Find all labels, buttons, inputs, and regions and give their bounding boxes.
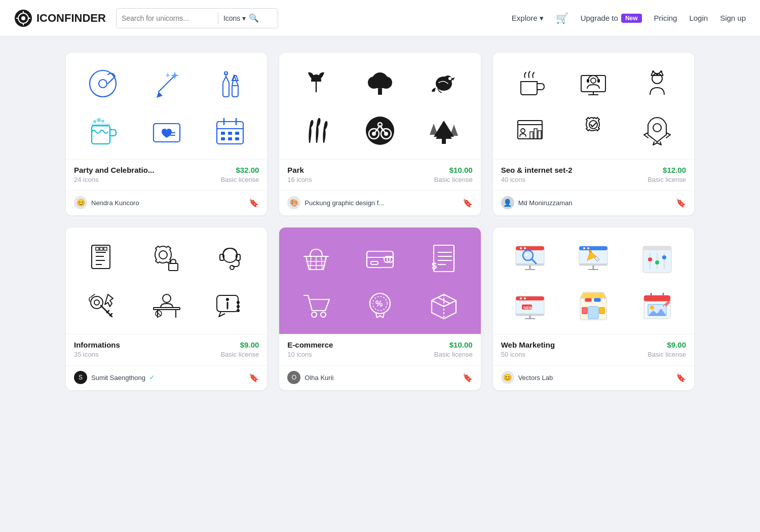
svg-rect-129 — [579, 263, 607, 265]
search-button[interactable]: 🔍 — [249, 13, 259, 23]
preview-icon — [86, 66, 120, 101]
svg-point-111 — [321, 312, 326, 317]
preview-icon — [513, 113, 547, 148]
preview-icon — [576, 66, 611, 101]
svg-point-92 — [237, 305, 240, 308]
preview-icon — [299, 113, 333, 148]
card-seo-footer: 👤 Md Moniruzzaman 🔖 — [493, 191, 694, 215]
card-seo[interactable]: Seo & internet set-2 $12.00 40 icons Bas… — [493, 53, 694, 215]
svg-point-162 — [650, 306, 654, 310]
logo-icon — [14, 9, 32, 27]
svg-point-89 — [226, 298, 229, 301]
preview-icon — [363, 113, 397, 148]
upgrade-prefix: Upgrade to — [581, 14, 618, 22]
svg-rect-61 — [538, 131, 541, 139]
author-info[interactable]: 😊 Nendra Kuncoro — [74, 196, 139, 209]
preview-icon — [363, 241, 397, 276]
svg-point-143 — [520, 297, 522, 299]
card-informations[interactable]: Informations $9.00 35 icons Basic licens… — [66, 227, 267, 390]
svg-rect-7 — [224, 72, 227, 74]
card-license: Basic license — [434, 351, 473, 358]
author-info[interactable]: 🎨 Puckung graphic design f... — [287, 196, 384, 209]
svg-point-58 — [521, 129, 525, 133]
svg-rect-152 — [594, 298, 600, 301]
svg-rect-22 — [235, 132, 239, 135]
icon-packs-grid: Party and Celebratio... $32.00 24 icons … — [66, 53, 694, 390]
svg-point-79 — [94, 300, 99, 305]
svg-point-91 — [237, 301, 240, 304]
search-bar[interactable]: Icons ▾ 🔍 — [116, 8, 278, 28]
bookmark-icon[interactable]: 🔖 — [249, 198, 259, 208]
svg-point-110 — [312, 312, 317, 317]
search-input[interactable] — [122, 14, 213, 22]
login-link[interactable]: Login — [689, 14, 708, 22]
svg-marker-43 — [450, 125, 458, 136]
svg-rect-71 — [104, 247, 107, 250]
author-name: Vectors Lab — [518, 374, 553, 382]
card-webmarketing[interactable]: NEW — [493, 227, 694, 390]
search-type-selector[interactable]: Icons ▾ — [223, 14, 246, 22]
svg-point-118 — [524, 247, 526, 249]
card-license: Basic license — [220, 351, 259, 358]
author-info[interactable]: 😊 Vectors Lab — [501, 371, 553, 384]
author-name: Olha Kurii — [305, 374, 333, 382]
card-title: Seo & internet set-2 — [501, 166, 573, 174]
preview-icon — [427, 288, 461, 323]
bookmark-icon[interactable]: 🔖 — [676, 373, 686, 383]
svg-line-96 — [321, 256, 322, 270]
svg-point-132 — [589, 250, 592, 253]
card-party-info: Party and Celebratio... $32.00 24 icons … — [66, 159, 267, 191]
author-info[interactable]: 👤 Md Moniruzzaman — [501, 196, 573, 209]
preview-icon — [299, 66, 333, 101]
preview-icon — [213, 288, 247, 323]
author-info[interactable]: O Olha Kurii — [287, 371, 333, 384]
card-informations-info: Informations $9.00 35 icons Basic licens… — [66, 334, 267, 365]
svg-point-77 — [230, 265, 234, 270]
svg-rect-154 — [582, 308, 587, 314]
card-ecommerce-footer: O Olha Kurii 🔖 — [279, 365, 480, 390]
bookmark-icon[interactable]: 🔖 — [676, 198, 686, 208]
preview-icon: NEW — [513, 288, 547, 323]
svg-rect-20 — [221, 132, 225, 135]
svg-point-85 — [163, 294, 171, 302]
bookmark-icon[interactable]: 🔖 — [463, 373, 473, 383]
preview-icon — [149, 241, 184, 276]
new-badge: New — [621, 14, 642, 23]
card-ecommerce[interactable]: $ % — [279, 227, 480, 390]
author-name: Puckung graphic design f... — [305, 199, 384, 207]
author-info[interactable]: S Sumit Saengthong ✓ — [74, 371, 155, 384]
svg-text:$: $ — [432, 261, 437, 271]
preview-icon — [86, 241, 120, 276]
bookmark-icon[interactable]: 🔖 — [249, 373, 259, 383]
card-park[interactable]: Park $10.00 16 icons Basic license 🎨 Puc… — [279, 53, 480, 215]
card-price: $9.00 — [240, 340, 259, 349]
svg-rect-151 — [585, 298, 591, 301]
signup-link[interactable]: Sign up — [720, 14, 746, 22]
logo[interactable]: ICONFINDER — [14, 9, 106, 27]
svg-point-128 — [587, 247, 589, 249]
cart-button[interactable]: 🛒 — [556, 12, 568, 24]
bookmark-icon[interactable]: 🔖 — [463, 198, 473, 208]
card-title: E-commerce — [287, 340, 333, 349]
upgrade-button[interactable]: Upgrade to New — [581, 14, 642, 23]
svg-rect-119 — [516, 263, 544, 265]
card-party[interactable]: Party and Celebratio... $32.00 24 icons … — [66, 53, 267, 215]
preview-icon: $ — [427, 241, 461, 276]
nav-explore[interactable]: Explore ▾ — [512, 14, 544, 23]
author-avatar: 😊 — [74, 196, 87, 209]
card-seo-info: Seo & internet set-2 $12.00 40 icons Bas… — [493, 159, 694, 191]
svg-point-78 — [91, 296, 103, 309]
pricing-link[interactable]: Pricing — [654, 14, 677, 22]
author-name: Md Moniruzzaman — [518, 199, 573, 207]
svg-text:%: % — [375, 299, 383, 308]
author-name: Sumit Saengthong — [91, 374, 145, 382]
card-seo-preview — [493, 53, 694, 159]
preview-icon — [149, 113, 184, 148]
svg-point-3 — [90, 70, 116, 97]
author-avatar: 🎨 — [287, 196, 300, 209]
explore-chevron-icon: ▾ — [540, 14, 544, 23]
svg-point-63 — [653, 124, 661, 132]
preview-icon — [299, 241, 333, 276]
card-party-footer: 😊 Nendra Kuncoro 🔖 — [66, 191, 267, 215]
preview-icon — [149, 66, 184, 101]
